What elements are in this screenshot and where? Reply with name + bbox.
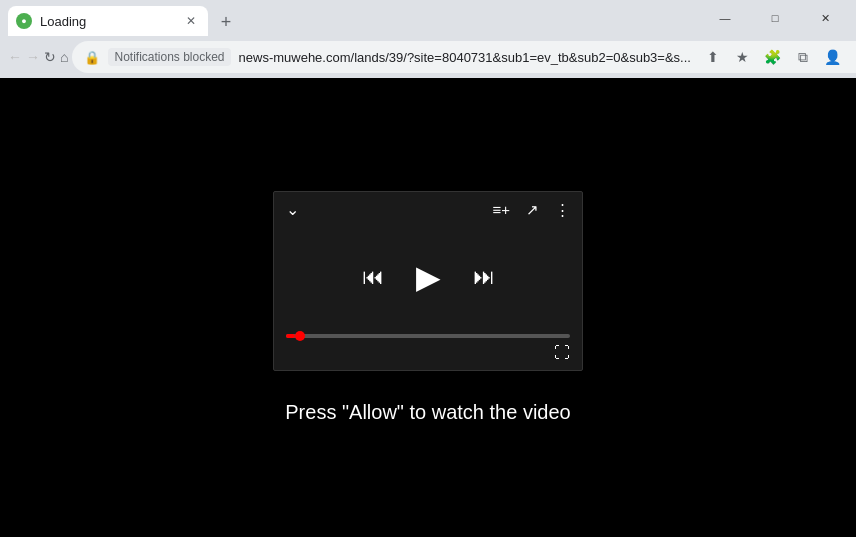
back-button[interactable]: ←	[8, 41, 22, 73]
fullscreen-button[interactable]: ⛶	[554, 344, 570, 362]
progress-dot	[295, 331, 305, 341]
tab-title: Loading	[40, 14, 174, 29]
new-tab-button[interactable]: +	[212, 8, 240, 36]
player-bottom: ⛶	[274, 326, 582, 370]
nav-bar: ← → ↻ ⌂ 🔒 Notifications blocked news-muw…	[0, 36, 856, 78]
share-icon[interactable]: ↗	[526, 201, 539, 219]
menu-icon[interactable]: ⋮	[849, 43, 856, 71]
tab-close-button[interactable]: ✕	[182, 12, 200, 30]
address-right-icons: ⬆ ★ 🧩 ⧉ 👤 ⋮	[699, 43, 856, 71]
next-button[interactable]: ⏭	[473, 264, 495, 290]
address-bar[interactable]: 🔒 Notifications blocked news-muwehe.com/…	[72, 41, 856, 73]
share-icon[interactable]: ⬆	[699, 43, 727, 71]
chevron-down-icon[interactable]: ⌄	[286, 200, 299, 219]
player-top-right-controls: ≡+ ↗ ⋮	[492, 201, 570, 219]
prompt-text: Press "Allow" to watch the video	[285, 401, 570, 424]
minimize-button[interactable]: —	[702, 0, 748, 36]
progress-bar[interactable]	[286, 334, 570, 338]
lock-icon: 🔒	[84, 50, 100, 65]
split-icon[interactable]: ⧉	[789, 43, 817, 71]
player-top-bar: ⌄ ≡+ ↗ ⋮	[274, 192, 582, 227]
title-bar: ● Loading ✕ + — □ ✕	[0, 0, 856, 36]
url-text: news-muwehe.com/lands/39/?site=8040731&s…	[239, 50, 691, 65]
active-tab[interactable]: ● Loading ✕	[8, 6, 208, 36]
bookmark-icon[interactable]: ★	[729, 43, 757, 71]
play-button[interactable]: ▶	[416, 258, 441, 296]
profile-icon[interactable]: 👤	[819, 43, 847, 71]
video-player: ⌄ ≡+ ↗ ⋮ ⏮ ▶ ⏭ ⛶	[273, 191, 583, 371]
notifications-blocked-badge: Notifications blocked	[108, 48, 230, 66]
chrome-frame: ● Loading ✕ + — □ ✕ ← → ↻ ⌂ 🔒 Notificati…	[0, 0, 856, 537]
add-to-queue-icon[interactable]: ≡+	[492, 201, 510, 218]
tab-strip: ● Loading ✕ +	[8, 0, 702, 36]
player-center-controls: ⏮ ▶ ⏭	[274, 227, 582, 326]
close-button[interactable]: ✕	[802, 0, 848, 36]
window-controls: — □ ✕	[702, 0, 848, 36]
home-button[interactable]: ⌂	[60, 41, 68, 73]
player-bottom-right: ⛶	[286, 344, 570, 362]
page-content: ⌄ ≡+ ↗ ⋮ ⏮ ▶ ⏭ ⛶	[0, 78, 856, 537]
extensions-icon[interactable]: 🧩	[759, 43, 787, 71]
progress-fill	[286, 334, 295, 338]
maximize-button[interactable]: □	[752, 0, 798, 36]
reload-button[interactable]: ↻	[44, 41, 56, 73]
forward-button[interactable]: →	[26, 41, 40, 73]
more-options-icon[interactable]: ⋮	[555, 201, 570, 219]
tab-favicon: ●	[16, 13, 32, 29]
previous-button[interactable]: ⏮	[362, 264, 384, 290]
